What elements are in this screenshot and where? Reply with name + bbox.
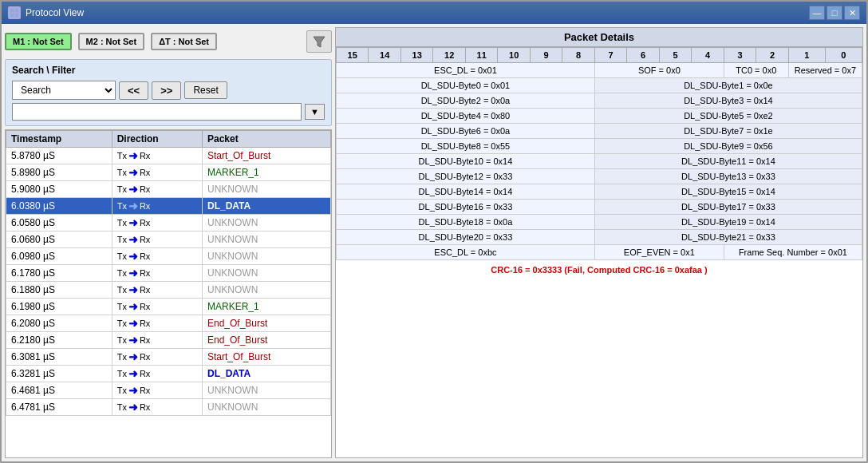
timestamp-cell: 6.0980 µS [6, 248, 112, 265]
timestamp-cell: 6.3081 µS [6, 349, 112, 366]
direction-arrow-icon: ➜ [128, 250, 138, 263]
bit-header-cell: 8 [562, 48, 594, 63]
direction-cell: Tx➜Rx [112, 215, 202, 232]
table-row[interactable]: 6.1980 µSTx➜RxMARKER_1 [6, 299, 331, 315]
toolbar-row: M1 : Not Set M2 : Not Set ΔT : Not Set [5, 27, 332, 56]
direction-arrow-icon: ➜ [128, 334, 138, 346]
bit-table-cell: DL_SDU-Byte9 = 0x56 [594, 139, 862, 154]
bit-table-cell: EOF_EVEN = 0x1 [594, 245, 724, 260]
bit-table-cell: DL_SDU-Byte3 = 0x14 [594, 93, 862, 109]
search-input[interactable] [12, 103, 302, 121]
packet-name-cell: Start_Of_Burst [202, 349, 330, 366]
direction-cell: Tx➜Rx [112, 282, 202, 299]
packet-label: UNKNOWN [207, 234, 258, 245]
table-row[interactable]: 6.1880 µSTx➜RxUNKNOWN [6, 282, 331, 299]
direction-cell: Tx➜Rx [112, 315, 202, 332]
packet-label: UNKNOWN [207, 402, 258, 413]
packet-name-cell: MARKER_1 [202, 164, 330, 181]
bit-table-row: DL_SDU-Byte18 = 0x0aDL_SDU-Byte19 = 0x14 [337, 215, 862, 230]
bit-table-row: DL_SDU-Byte20 = 0x33DL_SDU-Byte21 = 0x33 [337, 230, 862, 245]
table-row[interactable]: 5.8780 µSTx➜RxStart_Of_Burst [6, 148, 331, 164]
table-row[interactable]: 6.2180 µSTx➜RxEnd_Of_Burst [6, 332, 331, 349]
main-content: M1 : Not Set M2 : Not Set ΔT : Not Set S… [2, 24, 866, 461]
packet-name-cell: MARKER_1 [202, 299, 330, 315]
search-dropdown-arrow[interactable]: ▼ [305, 104, 325, 120]
table-row[interactable]: 6.0580 µSTx➜RxUNKNOWN [6, 215, 331, 232]
table-row[interactable]: 5.8980 µSTx➜RxMARKER_1 [6, 164, 331, 181]
dir-to: Rx [140, 201, 150, 211]
filter-button[interactable] [306, 30, 332, 53]
dir-from: Tx [117, 201, 127, 211]
dir-to: Rx [140, 402, 150, 412]
table-row[interactable]: 6.0380 µSTx➜RxDL_DATA [6, 198, 331, 215]
bit-table-body: ESC_DL = 0x01SOF = 0x0TC0 = 0x0Reserved … [337, 63, 862, 260]
next-button[interactable]: >> [152, 81, 181, 100]
bit-table-cell: ESC_DL = 0x01 [337, 63, 595, 78]
direction-arrow-icon: ➜ [128, 350, 138, 363]
table-row[interactable]: 6.0680 µSTx➜RxUNKNOWN [6, 232, 331, 248]
dir-to: Rx [140, 168, 150, 177]
dir-from: Tx [117, 251, 127, 261]
direction-arrow-icon: ➜ [128, 233, 138, 246]
packet-label: MARKER_1 [207, 167, 259, 178]
packet-name-cell: End_Of_Burst [202, 332, 330, 349]
bit-table-cell: Frame Seq. Number = 0x01 [724, 245, 862, 260]
table-row[interactable]: 6.4781 µSTx➜RxUNKNOWN [6, 399, 331, 416]
direction-arrow-icon: ➜ [128, 183, 138, 196]
packet-name-cell: End_Of_Burst [202, 315, 330, 332]
bit-table-row: DL_SDU-Byte12 = 0x33DL_SDU-Byte13 = 0x33 [337, 169, 862, 184]
app-icon [8, 6, 21, 19]
timestamp-cell: 6.1780 µS [6, 265, 112, 282]
dir-to: Rx [140, 285, 150, 295]
packet-name-cell: Start_Of_Burst [202, 148, 330, 164]
direction-cell: Tx➜Rx [112, 198, 202, 215]
table-row[interactable]: 6.2080 µSTx➜RxEnd_Of_Burst [6, 315, 331, 332]
dir-from: Tx [117, 402, 127, 412]
table-header: Timestamp Direction Packet [6, 131, 331, 148]
packet-table: Timestamp Direction Packet 5.8780 µSTx➜R… [6, 130, 331, 416]
reset-button[interactable]: Reset [184, 81, 227, 99]
table-row[interactable]: 6.3281 µSTx➜RxDL_DATA [6, 366, 331, 382]
minimize-button[interactable]: — [809, 6, 825, 20]
maximize-button[interactable]: □ [827, 6, 842, 20]
bit-header-cell: 1 [788, 48, 825, 63]
dir-from: Tx [117, 335, 127, 345]
table-row[interactable]: 6.3081 µSTx➜RxStart_Of_Burst [6, 349, 331, 366]
timestamp-cell: 6.2080 µS [6, 315, 112, 332]
bit-table-cell: ESC_DL = 0xbc [337, 245, 595, 260]
packet-table-scroll[interactable]: Timestamp Direction Packet 5.8780 µSTx➜R… [6, 130, 331, 457]
svg-marker-4 [314, 37, 325, 47]
dir-from: Tx [117, 235, 127, 244]
dir-from: Tx [117, 218, 127, 228]
packet-label: UNKNOWN [207, 385, 258, 396]
bit-table-cell: DL_SDU-Byte13 = 0x33 [594, 169, 862, 184]
dt-button[interactable]: ΔT : Not Set [151, 33, 217, 50]
table-row[interactable]: 5.9080 µSTx➜RxUNKNOWN [6, 181, 331, 198]
bit-table-row: ESC_DL = 0x01SOF = 0x0TC0 = 0x0Reserved … [337, 63, 862, 78]
bit-header-cell: 6 [627, 48, 659, 63]
prev-button[interactable]: << [119, 81, 148, 100]
bit-table-cell: TC0 = 0x0 [724, 63, 788, 78]
direction-cell: Tx➜Rx [112, 148, 202, 164]
table-row[interactable]: 6.1780 µSTx➜RxUNKNOWN [6, 265, 331, 282]
bit-grid[interactable]: 1514131211109876543210 ESC_DL = 0x01SOF … [336, 47, 862, 457]
search-type-dropdown[interactable]: Search [12, 81, 116, 100]
packet-name-cell: UNKNOWN [202, 181, 330, 198]
packet-table-body: 5.8780 µSTx➜RxStart_Of_Burst5.8980 µSTx➜… [6, 148, 331, 416]
bit-table-row: DL_SDU-Byte2 = 0x0aDL_SDU-Byte3 = 0x14 [337, 93, 862, 109]
m2-button[interactable]: M2 : Not Set [78, 33, 145, 50]
dir-to: Rx [140, 335, 150, 345]
dir-from: Tx [117, 386, 127, 395]
table-row[interactable]: 6.0980 µSTx➜RxUNKNOWN [6, 248, 331, 265]
dir-to: Rx [140, 184, 150, 194]
dir-from: Tx [117, 285, 127, 295]
bit-table-cell: DL_SDU-Byte17 = 0x33 [594, 200, 862, 215]
packet-label: MARKER_1 [207, 301, 259, 312]
bit-header-cell: 3 [724, 48, 756, 63]
m1-button[interactable]: M1 : Not Set [5, 33, 72, 50]
timestamp-cell: 6.2180 µS [6, 332, 112, 349]
dir-to: Rx [140, 319, 150, 328]
close-button[interactable]: ✕ [844, 6, 860, 20]
table-row[interactable]: 6.4681 µSTx➜RxUNKNOWN [6, 382, 331, 399]
bit-header-cell: 12 [433, 48, 465, 63]
